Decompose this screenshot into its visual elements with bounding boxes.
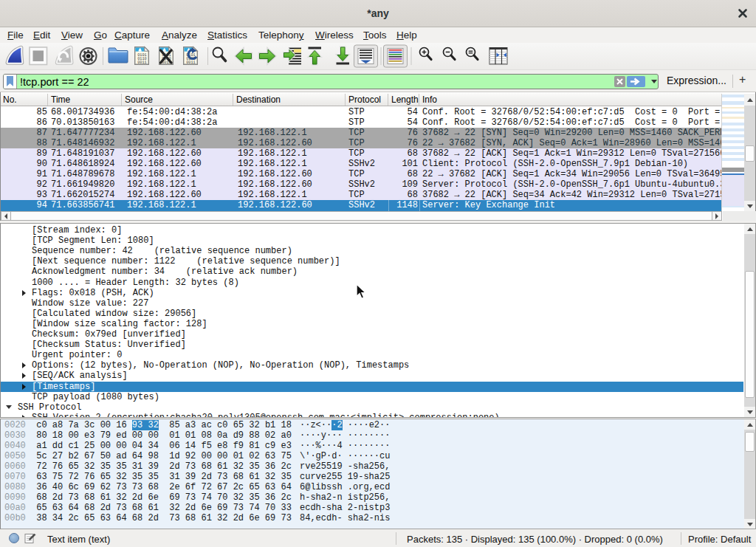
svg-text:0011: 0011 (186, 61, 195, 65)
svg-text:0011: 0011 (137, 61, 146, 65)
